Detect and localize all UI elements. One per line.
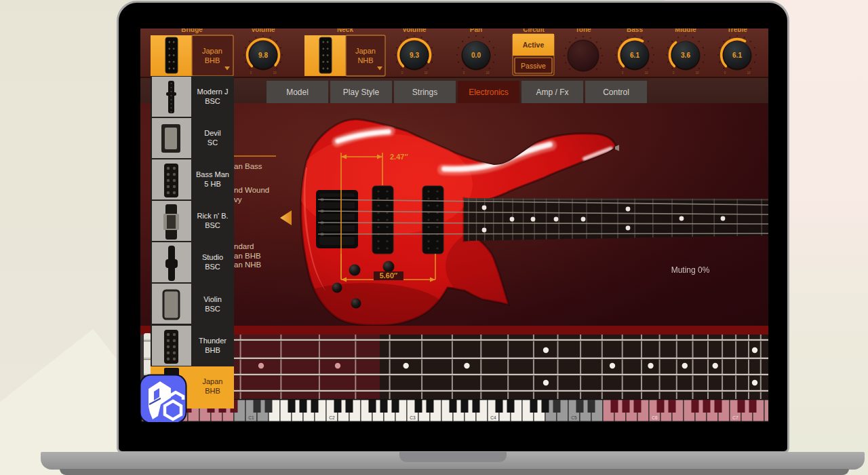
svg-text:Pan: Pan [470,28,482,33]
svg-text:0.0: 0.0 [471,52,481,59]
svg-text:10: 10 [424,71,428,75]
svg-text:Muting 0%: Muting 0% [671,265,710,275]
svg-text:Volume: Volume [402,28,427,33]
svg-text:ndard: ndard [234,242,254,250]
svg-text:Model: Model [286,88,309,97]
svg-text:10: 10 [747,71,751,75]
svg-text:C6: C6 [652,415,658,420]
svg-text:5.60″: 5.60″ [380,271,398,280]
svg-text:NHB: NHB [357,56,373,64]
svg-text:vy: vy [234,195,242,204]
svg-text:Active: Active [523,41,545,49]
svg-text:C2: C2 [329,415,335,420]
svg-text:C5: C5 [571,415,577,420]
svg-text:Volume: Volume [251,28,275,33]
svg-text:Passive: Passive [521,62,546,70]
svg-text:Bridge: Bridge [181,28,203,33]
svg-text:Japan: Japan [202,47,222,55]
svg-text:Strings: Strings [412,88,437,97]
svg-text:10: 10 [695,71,699,75]
svg-text:6.1: 6.1 [630,52,639,59]
svg-text:10: 10 [273,71,277,75]
svg-text:nd Wound: nd Wound [234,186,269,194]
svg-text:C1: C1 [248,415,254,420]
svg-text:Amp / Fx: Amp / Fx [536,88,568,97]
svg-text:C7: C7 [732,415,738,420]
svg-text:10: 10 [486,71,490,75]
svg-text:Electronics: Electronics [469,88,509,97]
svg-text:Neck: Neck [337,28,353,33]
svg-text:an NHB: an NHB [234,261,262,269]
svg-text:Tone: Tone [575,28,591,33]
svg-text:9.8: 9.8 [258,52,268,59]
svg-text:Treble: Treble [727,28,747,33]
svg-text:Control: Control [603,88,629,97]
svg-text:10: 10 [644,71,648,75]
svg-text:BHB: BHB [205,56,220,64]
svg-text:Play Style: Play Style [343,88,380,97]
svg-text:9.3: 9.3 [410,52,419,59]
svg-text:Bass: Bass [627,28,643,33]
svg-text:an Bass: an Bass [234,162,262,170]
svg-text:C4: C4 [490,415,496,420]
svg-text:2.47″: 2.47″ [390,153,408,161]
svg-text:6.1: 6.1 [732,52,742,59]
svg-text:Middle: Middle [675,28,696,33]
svg-text:Japan: Japan [355,47,376,55]
svg-text:Circuit: Circuit [523,28,545,33]
svg-text:C3: C3 [410,415,416,420]
svg-text:3.6: 3.6 [681,52,690,59]
svg-text:an BHB: an BHB [234,252,261,260]
